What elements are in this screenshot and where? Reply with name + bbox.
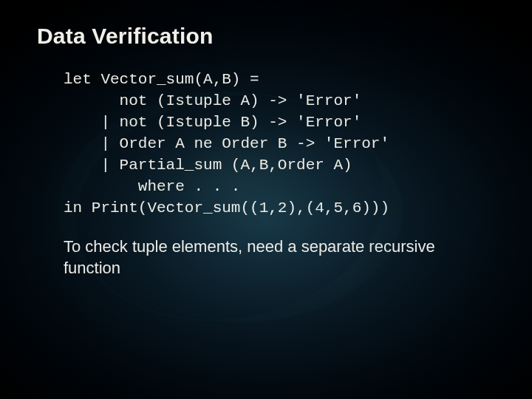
body-text: To check tuple elements, need a separate…: [64, 236, 477, 279]
slide: Data Verification let Vector_sum(A,B) = …: [0, 0, 532, 399]
slide-title: Data Verification: [37, 24, 495, 49]
code-snippet: let Vector_sum(A,B) = not (Istuple A) ->…: [64, 69, 495, 219]
